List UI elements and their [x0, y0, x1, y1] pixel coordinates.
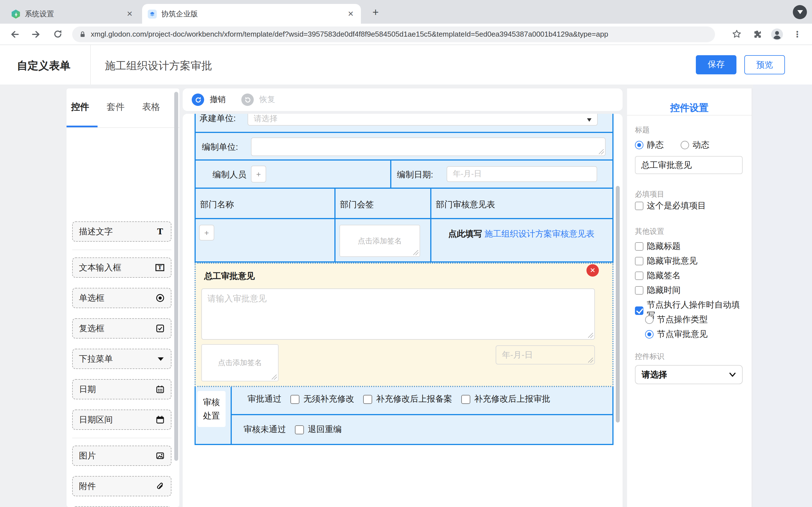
fill-review-line: 点此填写 施工组织设计方案审核意见表: [430, 229, 612, 239]
row-table-headers: 部门名称 部门会签 部门审核意见表: [195, 189, 613, 219]
fail-option[interactable]: 退回重编: [295, 424, 342, 435]
control-item-dropdown[interactable]: 下拉菜单: [72, 349, 171, 369]
option-hide-signature[interactable]: 隐藏签名: [635, 270, 743, 281]
checkbox-checked[interactable]: [635, 306, 644, 315]
tab-tables[interactable]: 表格: [142, 89, 161, 127]
department-signature-box[interactable]: 点击添加签名: [340, 225, 420, 257]
cell-divider: [335, 219, 336, 262]
compile-unit-label: 编制单位:: [202, 142, 238, 153]
control-item-checkbox[interactable]: 复选框: [72, 318, 171, 339]
radio-dynamic[interactable]: [680, 141, 689, 149]
checkbox[interactable]: [295, 425, 304, 434]
review-disposition-section: 审核 处置 审批通过 无须补充修改 补充修改后上报备案 补充修改后上报审批 审核…: [195, 387, 613, 445]
row-compiler-date: 编制人员 + 编制日期: 年-月-日: [195, 161, 613, 189]
title-value-input[interactable]: 总工审批意见: [635, 156, 743, 174]
pass-option[interactable]: 补充修改后上报审批: [461, 394, 550, 404]
sub-option-node-action-type[interactable]: 节点操作类型: [645, 314, 743, 325]
sub-option-node-opinion[interactable]: 节点审批意见: [645, 329, 743, 340]
tab-controls[interactable]: 控件: [70, 89, 90, 127]
pass-option[interactable]: 无须补充修改: [290, 394, 354, 404]
control-item-date[interactable]: 日期: [72, 379, 171, 399]
contractor-label: 承建单位:: [200, 114, 236, 124]
header-divider: [90, 45, 91, 84]
save-button[interactable]: 保存: [696, 55, 737, 74]
add-compiler-button[interactable]: +: [251, 166, 266, 182]
calendar-icon: [156, 385, 165, 394]
option-hide-opinion[interactable]: 隐藏审批意见: [635, 256, 743, 267]
bookmark-star-icon[interactable]: [730, 27, 743, 41]
close-icon[interactable]: ✕: [346, 9, 355, 18]
review-disposition-label-box[interactable]: 审核 处置: [197, 391, 225, 427]
checkbox-icon: [156, 324, 165, 333]
checkbox[interactable]: [363, 395, 372, 404]
extensions-puzzle-icon[interactable]: [750, 27, 763, 41]
control-item-attachment[interactable]: 附件: [72, 476, 171, 496]
screen: ‹|› 系统设置 ✕ 协筑企业版 ✕ + xmgl.glodon.com/pro…: [0, 0, 812, 507]
checkbox[interactable]: [635, 257, 644, 265]
new-tab-button[interactable]: +: [368, 5, 384, 21]
redo-label[interactable]: 恢复: [259, 95, 275, 105]
option-label: 隐藏时间: [647, 285, 680, 296]
compiler-label: 编制人员: [213, 170, 246, 180]
section-date-input[interactable]: 年-月-日: [496, 345, 595, 364]
option-hide-time[interactable]: 隐藏时间: [635, 285, 743, 296]
address-bar[interactable]: xmgl.glodon.com/project-doc/workbench/xf…: [72, 26, 715, 42]
tab-title: 协筑企业版: [161, 9, 342, 19]
add-department-button[interactable]: +: [199, 225, 214, 240]
radio[interactable]: [645, 316, 654, 324]
close-icon[interactable]: ✕: [125, 10, 134, 18]
control-item-label: 日期: [79, 384, 96, 395]
delete-section-button[interactable]: ✕: [587, 264, 599, 277]
panel-divider: [627, 115, 752, 115]
back-button[interactable]: [8, 27, 21, 41]
checkbox[interactable]: [635, 272, 644, 280]
cell-divider: [430, 189, 432, 218]
pass-option[interactable]: 补充修改后上报备案: [363, 394, 452, 404]
control-item-description-text[interactable]: 描述文字 T: [72, 221, 171, 242]
undo-button[interactable]: [192, 94, 204, 106]
contractor-select[interactable]: 请选择: [248, 114, 598, 126]
forward-button[interactable]: [29, 27, 43, 41]
group-divider: [72, 438, 171, 438]
radio-selected[interactable]: [645, 330, 654, 339]
control-item-text-input[interactable]: 文本输入框 T: [72, 258, 171, 278]
date-placeholder: 年-月-日: [453, 169, 482, 179]
checkbox[interactable]: [461, 395, 470, 404]
select-placeholder: 请选择: [254, 114, 277, 124]
control-item-label: 日期区间: [79, 414, 113, 425]
preview-button[interactable]: 预览: [744, 55, 785, 74]
control-item-label: 附件: [79, 481, 96, 492]
review-form-link[interactable]: 施工组织设计方案审核意见表: [485, 229, 594, 238]
undo-label[interactable]: 撤销: [210, 95, 225, 105]
tab-xiezhu-enterprise[interactable]: 协筑企业版 ✕: [142, 4, 361, 24]
control-item-date-range[interactable]: 日期区间: [72, 409, 171, 430]
tab-search-button[interactable]: [793, 5, 807, 19]
selected-section-chief-opinion[interactable]: ✕ 总工审批意见 请输入审批意见 点击添加签名 年-月-日: [195, 263, 613, 387]
reload-button[interactable]: [51, 27, 64, 41]
checkbox[interactable]: [290, 395, 299, 404]
checkbox[interactable]: [635, 202, 644, 210]
panel-title: 控件设置: [627, 101, 752, 114]
control-item-image[interactable]: 图片: [72, 446, 171, 466]
tab-system-settings[interactable]: ‹|› 系统设置 ✕: [6, 4, 140, 24]
browser-toolbar: xmgl.glodon.com/project-doc/workbench/xf…: [0, 24, 812, 45]
sidebar-scrollbar[interactable]: [174, 92, 178, 461]
menu-dots-icon[interactable]: ⋮: [791, 27, 804, 41]
compile-date-input[interactable]: 年-月-日: [447, 166, 597, 182]
required-option[interactable]: 这个是必填项目: [635, 201, 743, 211]
opinion-textarea[interactable]: 请输入审批意见: [201, 288, 595, 340]
checkbox[interactable]: [635, 286, 644, 295]
checkbox[interactable]: [635, 242, 644, 251]
identifier-select[interactable]: 请选择: [635, 365, 743, 384]
option-hide-title[interactable]: 隐藏标题: [635, 241, 743, 252]
profile-avatar[interactable]: [770, 27, 784, 41]
section-signature-box[interactable]: 点击添加签名: [201, 344, 278, 381]
pass-label: 审批通过: [248, 394, 282, 404]
tab-kits[interactable]: 套件: [106, 89, 125, 127]
compile-unit-textarea[interactable]: [251, 137, 606, 156]
radio-static[interactable]: [635, 141, 644, 149]
redo-button[interactable]: [241, 94, 254, 106]
svg-text:T: T: [158, 265, 162, 270]
control-item-radio[interactable]: 单选框: [72, 288, 171, 308]
canvas-scrollbar[interactable]: [616, 186, 620, 422]
